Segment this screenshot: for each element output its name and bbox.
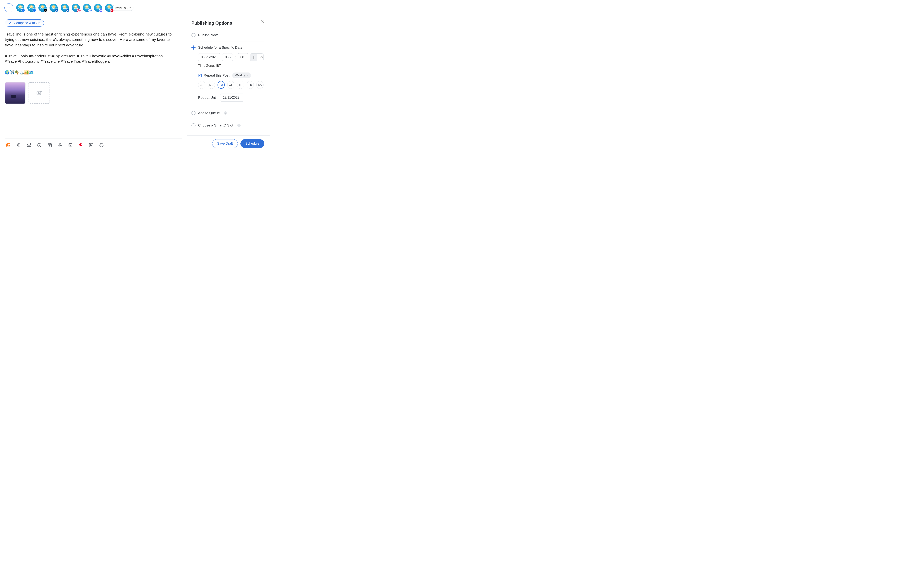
svg-rect-27 [69, 144, 72, 147]
panel-title: Publishing Options [191, 20, 264, 26]
link-short-tool-icon[interactable] [58, 143, 63, 147]
day-fr[interactable]: FR [247, 81, 254, 89]
channel-linkedin-page[interactable]: Zylker Travel [61, 4, 69, 12]
mail-tool-icon[interactable] [26, 143, 31, 147]
svg-point-8 [9, 22, 9, 22]
chevron-down-icon: ▼ [129, 7, 131, 9]
channel-dropdown[interactable]: Travel Im... ▼ [112, 5, 134, 11]
day-su[interactable]: SU [198, 81, 205, 89]
svg-rect-17 [27, 144, 31, 147]
svg-point-21 [39, 144, 40, 146]
repeat-label: Repeat this Post: [204, 73, 231, 78]
svg-point-2 [34, 10, 35, 10]
google-business-icon: G [88, 8, 92, 12]
ampm-pm[interactable]: PM [257, 54, 264, 61]
channel-instagram[interactable]: Zylker Travel [72, 4, 80, 12]
radio-unchecked-icon [191, 123, 196, 127]
facebook-group-icon [33, 8, 36, 12]
day-mo[interactable]: MO [208, 81, 215, 89]
svg-rect-4 [67, 10, 68, 11]
timezone-row: Time Zone: IST [198, 64, 264, 68]
help-icon[interactable]: ? [224, 111, 227, 115]
linkedin-page-icon [66, 8, 69, 12]
channel-google-business[interactable]: Zylker Travel G [83, 4, 91, 12]
channel-dropdown-label: Travel Im... [114, 6, 128, 10]
add-media-button[interactable] [28, 82, 50, 104]
save-draft-button[interactable]: Save Draft [212, 139, 238, 148]
repeat-until-input[interactable]: 12/11/2023 [220, 94, 244, 101]
day-we[interactable]: WE [227, 81, 234, 89]
instagram-icon [77, 8, 81, 12]
emoji-tool-icon[interactable] [99, 143, 104, 147]
day-tu[interactable]: TU [218, 81, 225, 89]
publish-now-label: Publish Now [198, 33, 218, 37]
media-thumbnail[interactable] [5, 82, 25, 104]
chevron-down-icon: ▾ [230, 56, 231, 58]
add-queue-label: Add to Queue [198, 111, 220, 115]
day-th[interactable]: TH [237, 81, 244, 89]
hashtag-tool-icon[interactable] [89, 143, 94, 147]
schedule-minute-select[interactable]: 08▾ [238, 53, 248, 61]
editor-pane: Compose with Zia Travelling is one of th… [0, 15, 187, 152]
schedule-date-input[interactable]: 08/29/2023 [198, 53, 220, 61]
svg-point-15 [7, 144, 8, 145]
post-body-text[interactable]: Travelling is one of the most enriching … [5, 31, 175, 75]
zia-sparkle-icon [8, 21, 12, 25]
smartq-option[interactable]: Choose a SmartQ Slot ? [191, 123, 264, 127]
mastodon-icon [99, 8, 103, 12]
publishing-panel: Publishing Options Publish Now Schedule … [187, 15, 270, 152]
repeat-days-row: SU MO TU WE TH FR SA [198, 81, 264, 89]
media-tool-icon[interactable] [6, 143, 11, 147]
channel-pinterest[interactable]: Zylker Travel P [105, 4, 113, 12]
compose-zia-label: Compose with Zia [14, 21, 40, 25]
svg-point-33 [100, 143, 103, 147]
publish-now-option[interactable]: Publish Now [191, 33, 264, 37]
add-channel-button[interactable] [5, 3, 13, 12]
close-button[interactable] [261, 20, 266, 24]
help-icon[interactable]: ? [237, 124, 241, 127]
repeat-until-label: Repeat Until [198, 96, 218, 100]
day-sa[interactable]: SA [256, 81, 264, 89]
schedule-button[interactable]: Schedule [241, 139, 264, 148]
time-colon: : [235, 55, 236, 60]
compose-with-zia-button[interactable]: Compose with Zia [5, 20, 44, 26]
svg-point-26 [59, 144, 61, 147]
location-tool-icon[interactable] [16, 143, 21, 147]
add-to-queue-option[interactable]: Add to Queue ? [191, 111, 264, 115]
svg-point-35 [102, 145, 102, 145]
tag-person-tool-icon[interactable] [37, 143, 42, 147]
schedule-specific-label: Schedule for a Specific Date [198, 45, 243, 50]
channel-facebook-group[interactable]: Zylker Travel [27, 4, 35, 12]
radio-unchecked-icon [191, 33, 196, 37]
channel-mastodon[interactable]: Zylker Travel [94, 4, 102, 12]
footer-actions: Save Draft Schedule [187, 136, 270, 152]
pinterest-tool-icon[interactable] [78, 143, 83, 147]
svg-rect-22 [48, 143, 51, 147]
channel-bar: Zylker Travel f Zylker Travel Zylker Tra… [0, 0, 270, 15]
linkedin-icon: in [55, 8, 58, 12]
schedule-hour-select[interactable]: 08▾ [222, 53, 233, 61]
radio-checked-icon [191, 45, 196, 50]
radio-unchecked-icon [191, 111, 196, 115]
svg-rect-28 [89, 143, 93, 147]
smartq-label: Choose a SmartQ Slot [198, 123, 233, 127]
ampm-pause[interactable]: || [251, 54, 257, 61]
repeat-checkbox[interactable] [198, 74, 202, 77]
reel-tool-icon[interactable] [47, 143, 52, 147]
editor-toolbar [5, 139, 182, 152]
svg-point-34 [101, 145, 101, 145]
repeat-frequency-select[interactable]: Weekly ﹀ [232, 73, 251, 78]
channel-facebook[interactable]: Zylker Travel f [16, 4, 25, 12]
ampm-toggle[interactable]: || PM [250, 53, 264, 61]
schedule-specific-option[interactable]: Schedule for a Specific Date [191, 45, 264, 50]
facebook-icon: f [21, 8, 25, 12]
pinterest-icon: P [110, 8, 114, 12]
post-type-tool-icon[interactable] [68, 143, 73, 147]
channel-linkedin[interactable]: Zylker Travel in [50, 4, 58, 12]
channel-x[interactable]: Zylker Travel 𝕏 [38, 4, 46, 12]
chevron-down-icon: ﹀ [246, 74, 249, 77]
add-image-icon [36, 90, 42, 96]
svg-point-16 [18, 144, 19, 145]
media-attachments [5, 82, 182, 104]
svg-rect-14 [7, 144, 10, 147]
